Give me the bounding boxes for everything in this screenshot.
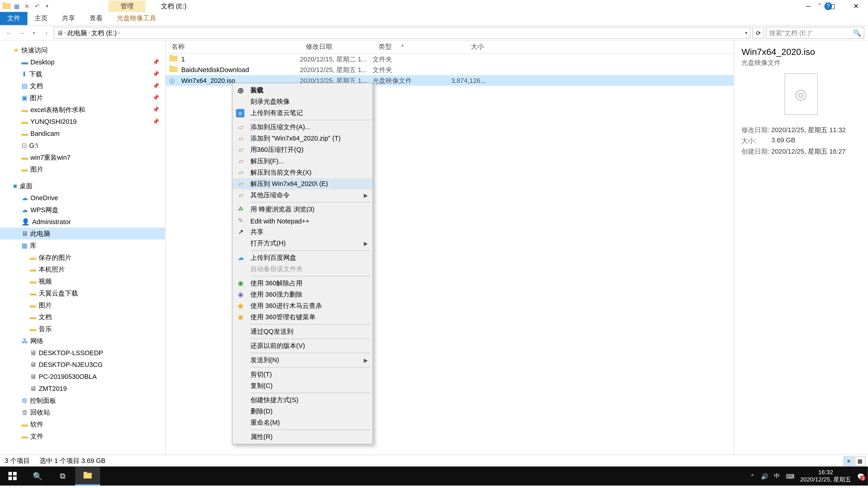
tree-quick-access[interactable]: ★快速访问 — [0, 44, 165, 56]
ctx-other-zip[interactable]: ▱其他压缩命令▶ — [232, 190, 373, 201]
chevron-right-icon[interactable]: › — [118, 30, 120, 36]
tree-tianyi[interactable]: ▬天翼云盘下载 — [0, 287, 165, 299]
nav-back-button[interactable]: ← — [4, 27, 14, 38]
tree-pc2[interactable]: 🖥DESKTOP-NJEU3CG — [0, 359, 165, 370]
tree-downloads[interactable]: ⬇下载📌 — [0, 68, 165, 80]
qat-undo-icon[interactable]: ↶ — [33, 2, 41, 10]
file-row[interactable]: BaiduNetdiskDownload 2020/12/25, 星期五 1..… — [166, 64, 734, 75]
nav-up-button[interactable]: ↑ — [41, 27, 52, 38]
ctx-extract-to[interactable]: ▱解压到(F)... — [232, 156, 373, 167]
tree-thispc[interactable]: 🖥此电脑 — [0, 228, 165, 239]
tree-excel-folder[interactable]: ▬excel表格制作求和📌 — [0, 104, 165, 116]
tree-desktop[interactable]: ▬Desktop📌 — [0, 56, 165, 68]
ctx-cut[interactable]: 剪切(T) — [232, 369, 373, 380]
action-center-icon[interactable]: 💬3 — [857, 473, 864, 479]
nav-forward-button[interactable]: → — [16, 27, 27, 38]
ribbon-tab-share[interactable]: 共享 — [55, 11, 82, 25]
ctx-copy[interactable]: 复制(C) — [232, 380, 373, 391]
tree-gdrive[interactable]: ⊟G:\ — [0, 139, 165, 151]
col-name[interactable]: 名称 ▴ — [166, 42, 300, 51]
start-button[interactable] — [0, 466, 25, 486]
ctx-open-with[interactable]: 打开方式(H)▶ — [232, 238, 373, 249]
ctx-extract-here[interactable]: ▱解压到当前文件夹(X) — [232, 167, 373, 178]
tree-onedrive[interactable]: ☁OneDrive — [0, 192, 165, 204]
tree-documents[interactable]: ▤文档📌 — [0, 80, 165, 92]
crumb-thispc[interactable]: 此电脑 — [67, 28, 87, 37]
address-dropdown-icon[interactable]: ▾ — [745, 30, 747, 35]
qat-delete-icon[interactable]: ✕ — [23, 2, 31, 10]
ribbon-tab-iso-tools[interactable]: 光盘映像工具 — [110, 11, 163, 25]
col-date[interactable]: 修改日期 — [300, 42, 373, 51]
ctx-360-menu[interactable]: ◉使用 360管理右键菜单 — [232, 312, 373, 323]
tree-pictures2[interactable]: ▬图片 — [0, 163, 165, 175]
address-bar[interactable]: 🖥 › 此电脑 › 文档 (E:) › ▾ — [54, 27, 750, 39]
tree-wps[interactable]: ☁WPS网盘 — [0, 204, 165, 216]
ribbon-expand-icon[interactable]: ⌃ — [817, 2, 822, 10]
tree-camera-roll[interactable]: ▬本机照片 — [0, 263, 165, 275]
ctx-notepadpp[interactable]: ✎Edit with Notepad++ — [232, 215, 373, 226]
tray-overflow-button[interactable]: ⌃ — [750, 473, 755, 479]
tree-documents2[interactable]: ▬文档 — [0, 311, 165, 323]
help-icon[interactable]: ? — [825, 2, 832, 10]
tree-recycle[interactable]: 🗑回收站 — [0, 406, 165, 418]
ribbon-tab-view[interactable]: 查看 — [82, 11, 110, 25]
view-icons-button[interactable]: ▦ — [855, 456, 865, 466]
tree-files[interactable]: ▬文件 — [0, 430, 165, 442]
ctx-burn[interactable]: 刻录光盘映像 — [232, 96, 373, 107]
ctx-youdao[interactable]: ≡上传到有道云笔记 — [232, 107, 373, 119]
tree-software[interactable]: ▬软件 — [0, 418, 165, 430]
ctx-qq-send[interactable]: 通过QQ发送到 — [232, 326, 373, 337]
ctx-delete[interactable]: 删除(D) — [232, 406, 373, 417]
search-input[interactable]: 搜索"文档 (E:)" 🔍 — [766, 27, 864, 39]
tree-control-panel[interactable]: ⚙控制面板 — [0, 394, 165, 406]
tree-pc3[interactable]: 🖥PC-20190530OBLA — [0, 370, 165, 383]
taskbar-search-button[interactable]: 🔍 — [25, 466, 50, 486]
taskview-button[interactable]: ⧉ — [50, 466, 75, 486]
ctx-add-archive[interactable]: ▱添加到压缩文件(A)... — [232, 122, 373, 133]
taskbar-explorer-button[interactable] — [75, 466, 100, 486]
view-details-button[interactable]: ≡ — [843, 456, 854, 466]
ribbon-tab-home[interactable]: 主页 — [27, 11, 55, 25]
tree-network[interactable]: 🖧网络 — [0, 335, 165, 347]
ctx-restore-prev[interactable]: 还原以前的版本(V) — [232, 340, 373, 352]
tray-ime-icon[interactable]: 中 — [774, 472, 780, 480]
tree-bandicam-folder[interactable]: ▬Bandicam — [0, 127, 165, 139]
tray-keyboard-icon[interactable]: ⌨ — [786, 473, 794, 479]
refresh-button[interactable]: ⟳ — [752, 27, 764, 39]
tree-pictures[interactable]: ▣图片📌 — [0, 92, 165, 104]
ctx-send-to[interactable]: 发送到(N)▶ — [232, 355, 373, 366]
ctx-mount[interactable]: ◎装载 — [232, 85, 373, 96]
ctx-properties[interactable]: 属性(R) — [232, 431, 373, 443]
tree-music[interactable]: ▬音乐 — [0, 323, 165, 335]
ctx-360-trojan[interactable]: ◉使用 360进行木马云查杀 — [232, 300, 373, 312]
ctx-360-force-del[interactable]: ◉使用 360强力删除 — [232, 289, 373, 300]
tree-saved-pics[interactable]: ▬保存的图片 — [0, 252, 165, 263]
ctx-shortcut[interactable]: 创建快捷方式(S) — [232, 394, 373, 406]
tree-pc4[interactable]: 🖥ZMT2019 — [0, 383, 165, 394]
tree-admin[interactable]: 👤Administrator — [0, 216, 165, 228]
qat-dropdown-icon[interactable]: ▾ — [43, 2, 51, 10]
file-row[interactable]: 1 2020/12/15, 星期二 1... 文件夹 — [166, 54, 734, 64]
tree-win7-folder[interactable]: ▬win7重装win7 — [0, 151, 165, 163]
tree-library[interactable]: ▦库 — [0, 239, 165, 252]
ctx-open-360zip[interactable]: ▱用360压缩打开(Q) — [232, 144, 373, 156]
nav-recent-dropdown[interactable]: ▾ — [29, 27, 39, 38]
chevron-right-icon[interactable]: › — [88, 30, 90, 36]
ctx-share[interactable]: ↗共享 — [232, 226, 373, 238]
tree-pc1[interactable]: 🖥DESKTOP-LSSOEDP — [0, 347, 165, 359]
taskbar-clock[interactable]: 16:32 2020/12/25, 星期五 — [800, 469, 851, 483]
ctx-baidu-upload[interactable]: ☁上传到百度网盘 — [232, 252, 373, 263]
minimize-button[interactable]: ─ — [796, 0, 820, 12]
chevron-right-icon[interactable]: › — [64, 30, 66, 36]
qat-properties-icon[interactable]: ▦ — [12, 2, 21, 10]
close-button[interactable]: ✕ — [844, 0, 868, 12]
tray-volume-icon[interactable]: 🔊 — [761, 473, 768, 479]
crumb-folder[interactable]: 文档 (E:) — [91, 28, 117, 37]
tree-pictures3[interactable]: ▬图片 — [0, 299, 165, 311]
ctx-extract-named[interactable]: ▱解压到 Win7x64_2020\ (E) — [232, 178, 373, 189]
ribbon-tab-file[interactable]: 文件 — [0, 11, 27, 25]
tree-desktop-root[interactable]: ■桌面 — [0, 180, 165, 192]
ctx-add-zip[interactable]: ▱添加到 "Win7x64_2020.zip" (T) — [232, 133, 373, 144]
ctx-rename[interactable]: 重命名(M) — [232, 417, 373, 428]
ctx-honey-browser[interactable]: ☘用 蜂蜜浏览器 浏览(3) — [232, 204, 373, 215]
